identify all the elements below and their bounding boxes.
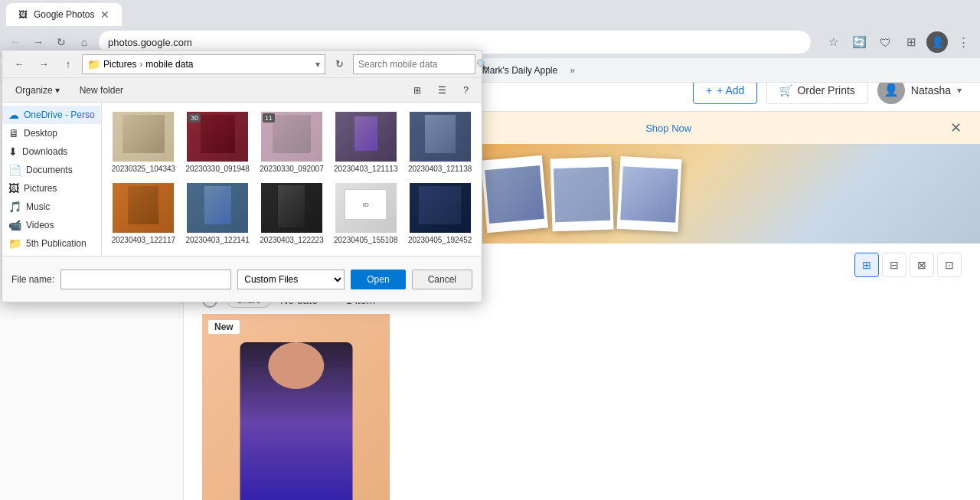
view-btn-1[interactable]: ⊞ bbox=[854, 253, 879, 277]
music-label: Music bbox=[26, 201, 50, 212]
file-thumb-3-container: 11 bbox=[261, 112, 322, 165]
dialog-back-button[interactable]: ← bbox=[8, 55, 30, 74]
dialog-view-btn-2[interactable]: ☰ bbox=[431, 83, 453, 98]
file-thumb-6 bbox=[113, 183, 174, 233]
user-dropdown-icon[interactable]: ▾ bbox=[957, 85, 962, 96]
file-item-2[interactable]: 30 20230330_091948 bbox=[182, 109, 253, 177]
file-item-10[interactable]: 20230405_192452 bbox=[404, 180, 475, 248]
file-thumb-1-container bbox=[113, 112, 174, 165]
filetype-select[interactable]: Custom Files All Files Image Files bbox=[237, 270, 345, 289]
banner-photo-3 bbox=[617, 155, 682, 231]
file-item-9[interactable]: ID 20230405_155108 bbox=[330, 180, 401, 248]
music-icon: 🎵 bbox=[8, 201, 21, 213]
pictures-label: Pictures bbox=[24, 183, 57, 194]
new-folder-button[interactable]: New folder bbox=[73, 83, 130, 98]
dialog-help-btn[interactable]: ? bbox=[456, 83, 475, 98]
file-item-3[interactable]: 11 20230330_092007 bbox=[256, 109, 328, 177]
extension-2-button[interactable]: 🛡 bbox=[874, 31, 896, 53]
dialog-sidebar-downloads[interactable]: ⬇ Downloads bbox=[2, 142, 101, 161]
filename-label: File name: bbox=[11, 274, 54, 285]
dialog-actions-bar: Organize ▾ New folder ⊞ ☰ ? bbox=[2, 78, 482, 103]
organize-button[interactable]: Organize ▾ bbox=[8, 83, 67, 98]
videos-label: Videos bbox=[26, 220, 54, 230]
view-icons: ⊞ ⊟ ⊠ ⊡ bbox=[854, 253, 962, 277]
user-profile-button[interactable]: 👤 bbox=[926, 31, 948, 53]
banner-images bbox=[484, 158, 680, 230]
dialog-forward-button[interactable]: → bbox=[33, 55, 54, 74]
breadcrumb-sep-1: › bbox=[139, 59, 142, 70]
dialog-sidebar-pictures[interactable]: 🖼 Pictures bbox=[2, 179, 101, 198]
dialog-search-input[interactable] bbox=[358, 59, 473, 70]
file-item-6[interactable]: 20230403_122117 bbox=[108, 180, 179, 248]
dialog-sidebar-onedrive[interactable]: ☁ OneDrive - Perso bbox=[2, 106, 101, 124]
file-name-6: 20230403_122117 bbox=[112, 236, 175, 245]
file-thumb-10 bbox=[410, 183, 471, 233]
view-btn-3[interactable]: ⊠ bbox=[910, 253, 934, 277]
cart-icon: 🛒 bbox=[779, 84, 792, 96]
file-thumb-7 bbox=[187, 183, 248, 233]
dialog-up-button[interactable]: ↑ bbox=[57, 55, 79, 74]
documents-icon: 📄 bbox=[8, 164, 21, 176]
new-badge: New bbox=[208, 320, 240, 334]
menu-button[interactable]: ⋮ bbox=[952, 31, 974, 53]
banner-photo-1 bbox=[481, 155, 548, 233]
extension-1-button[interactable]: 🔄 bbox=[848, 31, 870, 53]
pictures-icon: 🖼 bbox=[8, 182, 19, 194]
downloads-icon: ⬇ bbox=[8, 145, 18, 158]
cancel-button[interactable]: Cancel bbox=[412, 270, 472, 289]
downloads-label: Downloads bbox=[22, 146, 67, 157]
breadcrumb-current: mobile data bbox=[145, 59, 193, 70]
breadcrumb-bar[interactable]: 📁 Pictures › mobile data ▾ bbox=[82, 54, 325, 74]
view-btn-4[interactable]: ⊡ bbox=[937, 253, 962, 277]
organize-label: Organize bbox=[15, 85, 53, 96]
file-name-9: 20230405_155108 bbox=[334, 236, 397, 245]
dialog-toolbar: ← → ↑ 📁 Pictures › mobile data ▾ ↻ 🔍 bbox=[2, 51, 482, 78]
dialog-files-grid: 20230325_104343 30 20230330_091948 bbox=[102, 103, 482, 256]
new-folder-label: New folder bbox=[80, 85, 123, 96]
documents-label: Documents bbox=[26, 165, 73, 175]
file-thumb-2-container: 30 bbox=[187, 112, 248, 165]
order-prints-label: Order Prints bbox=[797, 84, 854, 96]
videos-icon: 📹 bbox=[8, 219, 21, 231]
file-item-4[interactable]: 20230403_121113 bbox=[330, 109, 401, 177]
add-label: + Add bbox=[717, 84, 744, 96]
dialog-sidebar-videos[interactable]: 📹 Videos bbox=[2, 216, 101, 234]
open-button[interactable]: Open bbox=[351, 270, 405, 289]
dialog-sidebar-desktop[interactable]: 🖥 Desktop bbox=[2, 124, 101, 142]
desktop-label: Desktop bbox=[24, 128, 57, 139]
dialog-view-btn-1[interactable]: ⊞ bbox=[407, 83, 428, 98]
5th-pub-label: 5th Publication bbox=[26, 238, 87, 249]
file-name-7: 20230403_122141 bbox=[185, 236, 249, 245]
breadcrumb-dropdown-icon[interactable]: ▾ bbox=[315, 59, 320, 70]
dialog-sidebar-documents[interactable]: 📄 Documents bbox=[2, 161, 101, 179]
view-btn-2[interactable]: ⊟ bbox=[882, 253, 906, 277]
file-thumb-4 bbox=[335, 112, 397, 162]
shop-now-link[interactable]: Shop Now bbox=[645, 123, 691, 134]
5th-pub-icon: 📁 bbox=[8, 237, 21, 250]
dialog-footer: File name: Custom Files All Files Image … bbox=[2, 256, 482, 302]
bookmark-4-label: Mark's Daily Apple bbox=[482, 65, 557, 76]
filename-input[interactable] bbox=[60, 270, 231, 289]
dialog-search-bar[interactable]: 🔍 bbox=[353, 54, 475, 74]
file-item-5[interactable]: 20230403_121138 bbox=[404, 109, 475, 177]
dialog-refresh-button[interactable]: ↻ bbox=[328, 55, 350, 74]
file-name-10: 20230405_192452 bbox=[408, 236, 472, 245]
extensions-button[interactable]: ⊞ bbox=[900, 31, 922, 53]
browser-icons: ☆ 🔄 🛡 ⊞ 👤 ⋮ bbox=[822, 31, 974, 53]
user-name-label[interactable]: Natasha bbox=[911, 84, 951, 96]
file-item-7[interactable]: 20230403_122141 bbox=[182, 180, 253, 248]
organize-dropdown-icon: ▾ bbox=[55, 85, 60, 96]
dialog-sidebar-5th-pub[interactable]: 📁 5th Publication bbox=[2, 234, 101, 253]
more-bookmarks[interactable]: » bbox=[570, 65, 575, 76]
image-thumbnail-1[interactable]: New bbox=[202, 314, 390, 500]
dialog-body: ☁ OneDrive - Perso 🖥 Desktop ⬇ Downloads… bbox=[2, 103, 482, 256]
file-2-badge: 30 bbox=[188, 113, 201, 123]
file-item-1[interactable]: 20230325_104343 bbox=[108, 109, 179, 177]
file-dialog-overlay: ← → ↑ 📁 Pictures › mobile data ▾ ↻ 🔍 Org… bbox=[0, 0, 482, 287]
bookmark-button[interactable]: ☆ bbox=[822, 31, 844, 53]
file-thumb-9: ID bbox=[335, 183, 397, 233]
onedrive-label: OneDrive - Perso bbox=[24, 109, 95, 120]
dialog-sidebar-music[interactable]: 🎵 Music bbox=[2, 198, 101, 216]
promo-close-button[interactable]: ✕ bbox=[950, 119, 962, 136]
file-item-8[interactable]: 20230403_122223 bbox=[256, 180, 328, 248]
